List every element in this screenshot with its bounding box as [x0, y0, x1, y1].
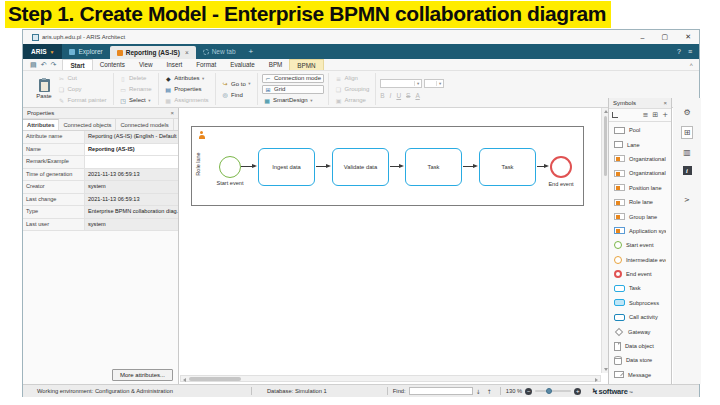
task-ingest-data[interactable]: Ingest data [258, 148, 315, 186]
select-button[interactable]: ◳Select▾ [118, 96, 154, 105]
symbol-gateway[interactable]: Gateway [609, 324, 666, 338]
help-icon[interactable]: ? [677, 48, 681, 55]
ribbon-tab-contents[interactable]: Contents [93, 59, 132, 70]
sequence-flow[interactable] [241, 166, 252, 167]
model-canvas[interactable]: Role lane Start event Ingest data Valida… [180, 108, 608, 384]
ribbon-tab-evaluate[interactable]: Evaluate [223, 59, 262, 70]
find-next-icon[interactable]: ↓ [476, 388, 481, 395]
symbol-end-event[interactable]: End event [609, 267, 666, 281]
align-icon: ≡ [335, 75, 342, 82]
connection-mode-button[interactable]: ⌐Connection mode [262, 74, 325, 83]
symbol-start-event[interactable]: Start event [609, 238, 666, 252]
connection-tool-icon[interactable] [612, 112, 618, 118]
scroll-down-icon[interactable] [604, 368, 608, 371]
undo-icon[interactable]: ↶ [41, 61, 47, 69]
symbol-org-unit-2[interactable]: Organizational unit... [609, 166, 666, 180]
grid-view-icon[interactable]: ⊞ [652, 111, 658, 119]
zoom-slider-thumb[interactable] [546, 388, 552, 394]
symbols-palette-icon[interactable]: ⊞ [681, 126, 694, 139]
ribbon-tab-bpm[interactable]: BPM [262, 59, 290, 70]
symbol-task[interactable]: Task [609, 281, 666, 295]
scroll-right-icon[interactable] [595, 378, 598, 382]
maximize-button[interactable]: ▢ [662, 33, 669, 41]
symbol-call-activity[interactable]: Call activity [609, 310, 666, 324]
paste-icon [39, 79, 50, 92]
properties-panel: Properties × Attributes Connected object… [23, 108, 179, 384]
sequence-flow[interactable] [537, 166, 544, 167]
info-icon[interactable]: i [683, 166, 692, 175]
minimize-button[interactable]: – [641, 34, 645, 41]
hamburger-menu-icon[interactable]: ≡ [688, 48, 692, 55]
symbol-message[interactable]: Message [609, 368, 666, 382]
find-previous-icon[interactable]: ↑ [487, 388, 492, 395]
close-tab-icon[interactable]: × [185, 49, 189, 56]
tab-attributes[interactable]: Attributes [23, 119, 59, 130]
font-size-select[interactable]: ▾ [424, 79, 444, 88]
symbol-lane[interactable]: Lane [609, 137, 666, 151]
ribbon-tab-bpmn[interactable]: BPMN [289, 59, 323, 70]
tab-connected-models[interactable]: Connected models [116, 119, 173, 130]
sequence-flow[interactable] [316, 166, 326, 167]
scrollbar-thumb[interactable] [604, 116, 608, 176]
zoom-level: 130 % [506, 388, 522, 394]
format-painter-button: ✎Format painter [56, 96, 109, 105]
save-icon[interactable]: ▤ [30, 61, 37, 69]
horizontal-scrollbar[interactable] [180, 375, 601, 382]
task-4[interactable]: Task [479, 148, 536, 186]
symbol-intermediate-event[interactable]: Intermediate event [609, 253, 666, 267]
zoom-out-button[interactable]: − [525, 388, 532, 395]
collapse-ribbon-icon[interactable]: ˄ [683, 59, 699, 70]
add-tab-button[interactable]: + [243, 44, 260, 59]
list-view-icon[interactable]: ≡ [642, 111, 648, 119]
chevron-right-icon[interactable]: > [684, 196, 690, 204]
scroll-left-icon[interactable] [183, 378, 186, 382]
ribbon-tab-start[interactable]: Start [62, 59, 92, 70]
close-icon[interactable]: × [170, 110, 174, 116]
task-validate-data[interactable]: Validate data [332, 148, 389, 186]
start-event-shape[interactable] [219, 156, 241, 178]
data-object-icon [614, 342, 621, 351]
find-input[interactable] [409, 387, 473, 395]
ribbon-tab-view[interactable]: View [132, 59, 160, 70]
tab-connected-objects[interactable]: Connected objects [59, 119, 116, 130]
vertical-scrollbar[interactable] [601, 108, 608, 373]
symbol-application-system[interactable]: Application system... [609, 224, 666, 238]
scrollbar-thumb[interactable] [189, 377, 241, 381]
symbol-data-object[interactable]: Data object [609, 339, 666, 353]
symbol-position-lane[interactable]: Position lane [609, 181, 666, 195]
symbol-group-lane[interactable]: Group lane [609, 209, 666, 223]
smartdesign-button[interactable]: ▦SmartDesign▾ [262, 96, 325, 105]
grid-button[interactable]: ⊞Grid [262, 85, 325, 94]
symbol-subprocess[interactable]: Subprocess [609, 296, 666, 310]
close-button[interactable]: ✕ [685, 33, 691, 41]
symbol-pool[interactable]: Pool [609, 123, 666, 137]
redo-icon[interactable]: ↷ [51, 61, 57, 69]
close-icon[interactable]: × [663, 100, 667, 106]
tab-reporting-as-is[interactable]: Reporting (AS-IS) × [110, 46, 196, 59]
font-family-select[interactable]: ▾ [380, 79, 422, 88]
settings-gear-icon[interactable]: ⚙ [683, 108, 690, 117]
goto-button[interactable]: ↪Go to▾ [220, 79, 253, 88]
zoom-slider[interactable] [535, 390, 571, 393]
properties-button[interactable]: ▤Properties [163, 85, 211, 94]
scroll-up-icon[interactable] [604, 110, 608, 113]
zoom-in-button[interactable]: + [574, 388, 581, 395]
navigation-icon[interactable]: ▥ [683, 148, 691, 157]
paste-button[interactable]: Paste [32, 79, 56, 99]
symbol-role-lane[interactable]: Role lane [609, 195, 666, 209]
more-attributes-button[interactable]: More attributes... [112, 369, 173, 381]
symbol-data-store[interactable]: Data store [609, 353, 666, 367]
ribbon-tab-insert[interactable]: Insert [159, 59, 189, 70]
find-button[interactable]: ◎Find [220, 90, 253, 99]
tab-new-tab[interactable]: New tab [196, 44, 243, 59]
end-event-shape[interactable] [550, 156, 572, 178]
aris-menu-button[interactable]: ARIS ▼ [23, 44, 62, 59]
add-symbol-icon[interactable]: + [662, 111, 668, 119]
tab-explorer[interactable]: Explorer [62, 44, 109, 59]
symbol-org-unit[interactable]: Organizational unit... [609, 152, 666, 166]
sequence-flow[interactable] [390, 166, 399, 167]
task-3[interactable]: Task [405, 148, 462, 186]
attributes-button[interactable]: ◆Attributes▾ [163, 74, 211, 83]
sequence-flow[interactable] [463, 166, 473, 167]
ribbon-tab-format[interactable]: Format [189, 59, 223, 70]
